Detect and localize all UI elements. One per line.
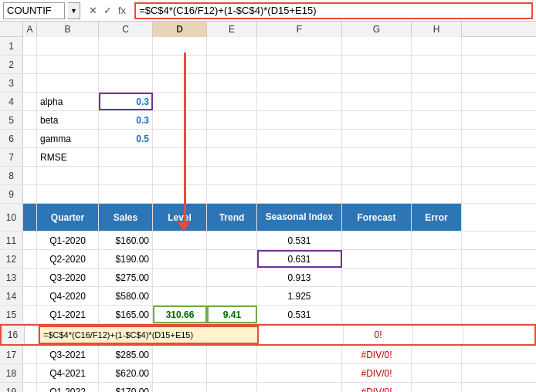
cell-d11[interactable] (153, 231, 207, 249)
cell-b4[interactable]: alpha (37, 93, 99, 110)
cell-b2[interactable] (37, 56, 99, 73)
cell-g17[interactable]: #DIV/0! (342, 346, 412, 363)
cell-d5[interactable] (153, 111, 207, 129)
cell-d7[interactable] (153, 148, 207, 166)
cell-d3[interactable] (153, 74, 207, 92)
cell-b5[interactable]: beta (37, 111, 99, 129)
cell-b1[interactable] (37, 37, 99, 55)
cell-h13[interactable] (412, 269, 462, 286)
confirm-icon[interactable]: ✓ (101, 5, 114, 16)
cell-b3[interactable] (37, 74, 99, 92)
header-error[interactable]: Error (412, 204, 462, 231)
fx-icon[interactable]: fx (116, 5, 128, 16)
cell-a1[interactable] (23, 37, 37, 55)
cell-c15[interactable]: $165.00 (99, 306, 153, 323)
cell-g7[interactable] (342, 148, 412, 166)
cell-c6[interactable]: 0.5 (99, 130, 153, 147)
cell-h6[interactable] (412, 130, 462, 147)
cancel-icon[interactable]: ✕ (87, 5, 100, 16)
cell-f7[interactable] (257, 148, 342, 166)
cell-e12[interactable] (207, 250, 257, 268)
cell-h12[interactable] (412, 250, 462, 268)
cell-e17[interactable] (207, 346, 257, 363)
cell-a4[interactable] (23, 93, 37, 110)
cell-a6[interactable] (23, 130, 37, 147)
cell-f16[interactable] (259, 326, 344, 344)
cell-f3[interactable] (257, 74, 342, 92)
cell-h17[interactable] (412, 346, 462, 363)
cell-e3[interactable] (207, 74, 257, 92)
cell-d6[interactable] (153, 130, 207, 147)
cell-g4[interactable] (342, 93, 412, 110)
cell-e13[interactable] (207, 269, 257, 286)
cell-g14[interactable] (342, 287, 412, 305)
cell-d19[interactable] (153, 383, 207, 392)
cell-d1[interactable] (153, 37, 207, 55)
cell-g1[interactable] (342, 37, 412, 55)
col-header-d[interactable]: D (153, 22, 207, 37)
cell-h2[interactable] (412, 56, 462, 73)
cell-c1[interactable] (99, 37, 153, 55)
cell-g16[interactable]: 0! (344, 326, 413, 344)
cell-c7[interactable] (99, 148, 153, 166)
cell-b17[interactable]: Q3-2021 (37, 346, 99, 363)
cell-c19[interactable]: $170.00 (99, 383, 153, 392)
cell-b7[interactable]: RMSE (37, 148, 99, 166)
cell-f5[interactable] (257, 111, 342, 129)
cell-d13[interactable] (153, 269, 207, 286)
cell-f4[interactable] (257, 93, 342, 110)
cell-e4[interactable] (207, 93, 257, 110)
cell-d17[interactable] (153, 346, 207, 363)
cell-c18[interactable]: $620.00 (99, 364, 153, 382)
cell-f15[interactable]: 0.531 (257, 306, 342, 323)
cell-d2[interactable] (153, 56, 207, 73)
header-forecast[interactable]: Forecast (342, 204, 412, 231)
cell-g11[interactable] (342, 231, 412, 249)
cell-e2[interactable] (207, 56, 257, 73)
cell-c13[interactable]: $275.00 (99, 269, 153, 286)
cell-d14[interactable] (153, 287, 207, 305)
cell-f19[interactable] (257, 383, 342, 392)
cell-f2[interactable] (257, 56, 342, 73)
header-sales[interactable]: Sales (99, 204, 153, 231)
cell-c3[interactable] (99, 74, 153, 92)
cell-c12[interactable]: $190.00 (99, 250, 153, 268)
cell-g3[interactable] (342, 74, 412, 92)
cell-b18[interactable]: Q4-2021 (37, 364, 99, 382)
cell-e5[interactable] (207, 111, 257, 129)
cell-c2[interactable] (99, 56, 153, 73)
cell-g15[interactable] (342, 306, 412, 323)
formula-input[interactable]: =$C$4*(C16/F12)+(1-$C$4)*(D15+E15) (134, 2, 533, 19)
cell-e1[interactable] (207, 37, 257, 55)
header-trend[interactable]: Trend (207, 204, 257, 231)
cell-h18[interactable] (412, 364, 462, 382)
cell-c5[interactable]: 0.3 (99, 111, 153, 129)
cell-f11[interactable]: 0.531 (257, 231, 342, 249)
cell-g2[interactable] (342, 56, 412, 73)
col-header-f[interactable]: F (257, 22, 342, 37)
cell-b14[interactable]: Q4-2020 (37, 287, 99, 305)
name-box[interactable]: COUNTIF (3, 2, 65, 19)
cell-a2[interactable] (23, 56, 37, 73)
header-cell-a10[interactable] (23, 204, 37, 231)
cell-e18[interactable] (207, 364, 257, 382)
cell-c14[interactable]: $580.00 (99, 287, 153, 305)
cell-f13[interactable]: 0.913 (257, 269, 342, 286)
cell-f18[interactable] (257, 364, 342, 382)
cell-f14[interactable]: 1.925 (257, 287, 342, 305)
cell-f6[interactable] (257, 130, 342, 147)
cell-h3[interactable] (412, 74, 462, 92)
cell-e11[interactable] (207, 231, 257, 249)
cell-d12[interactable] (153, 250, 207, 268)
header-quarter[interactable]: Quarter (37, 204, 99, 231)
cell-h19[interactable] (412, 383, 462, 392)
cell-a3[interactable] (23, 74, 37, 92)
header-level[interactable]: Level (153, 204, 207, 231)
cell-h7[interactable] (412, 148, 462, 166)
cell-c17[interactable]: $285.00 (99, 346, 153, 363)
cell-f1[interactable] (257, 37, 342, 55)
cell-g5[interactable] (342, 111, 412, 129)
cell-b15[interactable]: Q1-2021 (37, 306, 99, 323)
col-header-g[interactable]: G (342, 22, 412, 37)
cell-d4[interactable] (153, 93, 207, 110)
